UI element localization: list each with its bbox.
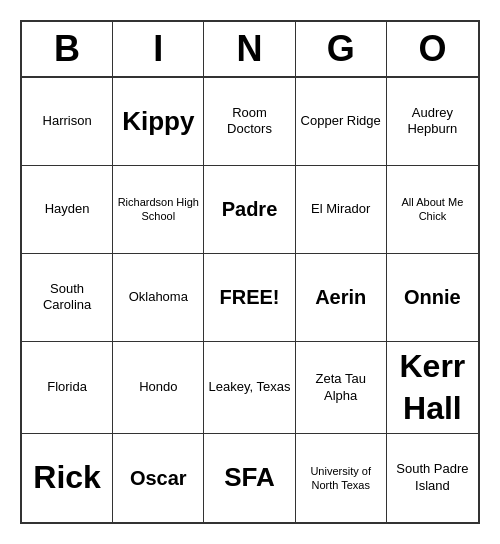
header-letter-o: O xyxy=(387,22,478,76)
bingo-cell-4: Audrey Hepburn xyxy=(387,78,478,166)
cell-text-13: Aerin xyxy=(315,284,366,310)
cell-text-16: Hondo xyxy=(139,379,177,396)
bingo-cell-24: South Padre Island xyxy=(387,434,478,522)
cell-text-10: South Carolina xyxy=(26,281,108,315)
bingo-cell-10: South Carolina xyxy=(22,254,113,342)
cell-text-6: Richardson High School xyxy=(117,195,199,224)
cell-text-2: Room Doctors xyxy=(208,105,290,139)
cell-text-20: Rick xyxy=(33,457,101,499)
bingo-cell-9: All About Me Chick xyxy=(387,166,478,254)
cell-text-24: South Padre Island xyxy=(391,461,474,495)
bingo-cell-17: Leakey, Texas xyxy=(204,342,295,434)
bingo-cell-8: El Mirador xyxy=(296,166,387,254)
bingo-cell-11: Oklahoma xyxy=(113,254,204,342)
cell-text-22: SFA xyxy=(224,461,275,495)
header-letter-i: I xyxy=(113,22,204,76)
bingo-grid: HarrisonKippyRoom DoctorsCopper RidgeAud… xyxy=(22,78,478,522)
bingo-cell-7: Padre xyxy=(204,166,295,254)
bingo-card: BINGO HarrisonKippyRoom DoctorsCopper Ri… xyxy=(20,20,480,524)
header-letter-g: G xyxy=(296,22,387,76)
bingo-cell-0: Harrison xyxy=(22,78,113,166)
bingo-cell-22: SFA xyxy=(204,434,295,522)
bingo-header: BINGO xyxy=(22,22,478,78)
header-letter-n: N xyxy=(204,22,295,76)
bingo-cell-1: Kippy xyxy=(113,78,204,166)
bingo-cell-3: Copper Ridge xyxy=(296,78,387,166)
cell-text-11: Oklahoma xyxy=(129,289,188,306)
bingo-cell-14: Onnie xyxy=(387,254,478,342)
cell-text-5: Hayden xyxy=(45,201,90,218)
bingo-cell-16: Hondo xyxy=(113,342,204,434)
bingo-cell-21: Oscar xyxy=(113,434,204,522)
cell-text-8: El Mirador xyxy=(311,201,370,218)
cell-text-4: Audrey Hepburn xyxy=(391,105,474,139)
bingo-cell-5: Hayden xyxy=(22,166,113,254)
bingo-cell-20: Rick xyxy=(22,434,113,522)
cell-text-18: Zeta Tau Alpha xyxy=(300,371,382,405)
cell-text-12: FREE! xyxy=(219,284,279,310)
cell-text-23: University of North Texas xyxy=(300,464,382,493)
bingo-cell-2: Room Doctors xyxy=(204,78,295,166)
cell-text-14: Onnie xyxy=(404,284,461,310)
cell-text-1: Kippy xyxy=(122,105,194,139)
cell-text-9: All About Me Chick xyxy=(391,195,474,224)
cell-text-19: Kerr Hall xyxy=(391,346,474,429)
cell-text-15: Florida xyxy=(47,379,87,396)
cell-text-3: Copper Ridge xyxy=(301,113,381,130)
bingo-cell-18: Zeta Tau Alpha xyxy=(296,342,387,434)
cell-text-21: Oscar xyxy=(130,465,187,491)
bingo-cell-12: FREE! xyxy=(204,254,295,342)
cell-text-0: Harrison xyxy=(43,113,92,130)
bingo-cell-23: University of North Texas xyxy=(296,434,387,522)
header-letter-b: B xyxy=(22,22,113,76)
bingo-cell-6: Richardson High School xyxy=(113,166,204,254)
cell-text-7: Padre xyxy=(222,196,278,222)
bingo-cell-13: Aerin xyxy=(296,254,387,342)
bingo-cell-19: Kerr Hall xyxy=(387,342,478,434)
bingo-cell-15: Florida xyxy=(22,342,113,434)
cell-text-17: Leakey, Texas xyxy=(209,379,291,396)
